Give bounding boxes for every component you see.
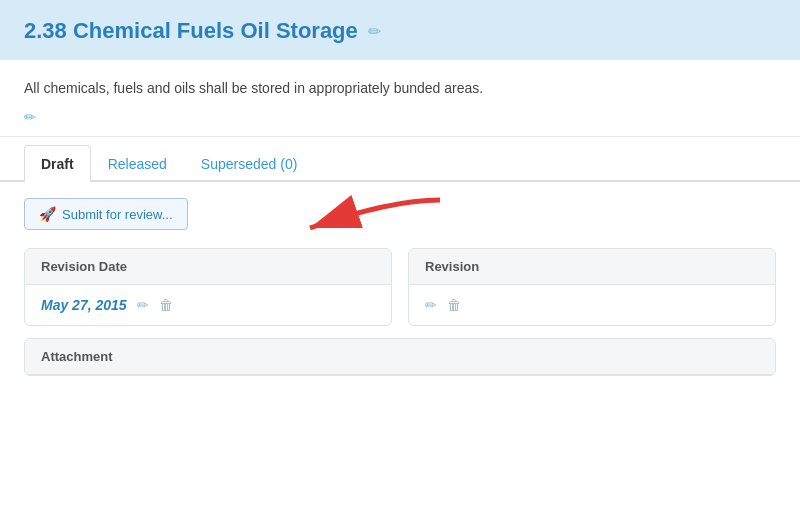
tabs-bar: Draft Released Superseded (0) — [0, 145, 800, 182]
tab-superseded[interactable]: Superseded (0) — [184, 145, 315, 182]
page-header: 2.38 Chemical Fuels Oil Storage ✏ — [0, 0, 800, 60]
edit-title-icon[interactable]: ✏ — [368, 22, 381, 41]
revision-date-header: Revision Date — [25, 249, 391, 285]
description-area: All chemicals, fuels and oils shall be s… — [0, 60, 800, 137]
revision-date-value: May 27, 2015 — [41, 297, 127, 313]
revision-header: Revision — [409, 249, 775, 285]
page-title: 2.38 Chemical Fuels Oil Storage — [24, 18, 358, 44]
edit-revision-icon[interactable]: ✏ — [425, 297, 437, 313]
revision-body: ✏ 🗑 — [409, 285, 775, 325]
delete-date-icon[interactable]: 🗑 — [159, 297, 173, 313]
description-text: All chemicals, fuels and oils shall be s… — [24, 78, 776, 99]
delete-revision-icon[interactable]: 🗑 — [447, 297, 461, 313]
attachment-header: Attachment — [25, 339, 775, 375]
edit-description-icon[interactable]: ✏ — [24, 109, 36, 125]
table-section: Revision Date May 27, 2015 ✏ 🗑 Revision … — [24, 248, 776, 326]
submit-for-review-button[interactable]: 🚀 Submit for review... — [24, 198, 188, 230]
revision-date-card: Revision Date May 27, 2015 ✏ 🗑 — [24, 248, 392, 326]
attachment-section: Attachment — [24, 338, 776, 376]
tab-draft[interactable]: Draft — [24, 145, 91, 182]
rocket-icon: 🚀 — [39, 206, 56, 222]
tab-released[interactable]: Released — [91, 145, 184, 182]
content-area: 🚀 Submit for review... Revision Date May… — [0, 182, 800, 392]
submit-button-label: Submit for review... — [62, 207, 173, 222]
edit-date-icon[interactable]: ✏ — [137, 297, 149, 313]
revision-date-body: May 27, 2015 ✏ 🗑 — [25, 285, 391, 325]
revision-card: Revision ✏ 🗑 — [408, 248, 776, 326]
